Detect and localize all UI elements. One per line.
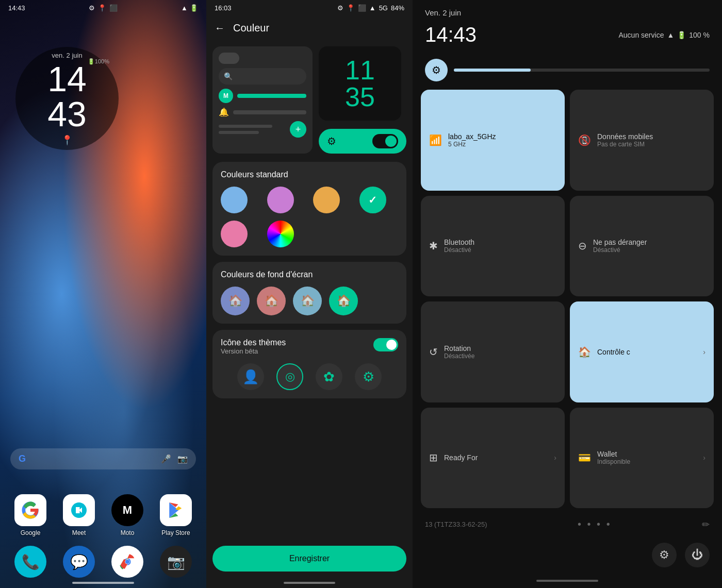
voice-search-icon[interactable]: 🎤 (161, 454, 171, 464)
brightness-settings-btn[interactable]: ⚙ (425, 59, 448, 81)
meet-label: Meet (72, 529, 86, 536)
app-google[interactable]: Google (10, 494, 51, 536)
battery-status: 84% (391, 4, 404, 12)
gear-status-icon: ⚙ (337, 4, 343, 12)
theme-toggle[interactable] (373, 338, 398, 351)
qs-tile-controle[interactable]: 🏠 Contrôle c › (570, 301, 714, 402)
qs-bottom-row: ⚙ ⏻ (413, 536, 722, 576)
back-button[interactable]: ← (215, 22, 225, 34)
qs-tile-wifi[interactable]: 📶 labo_ax_5GHz 5 GHz (421, 90, 565, 191)
moto-label: Moto (121, 529, 135, 536)
lens-icon[interactable]: 📷 (177, 454, 188, 464)
color-time: 16:03 (215, 4, 232, 12)
checkmark-icon: ✓ (368, 194, 377, 206)
rotation-tile-text: Rotation Désactivée (444, 344, 474, 360)
clock-circle: ven. 2 juin 1443 🔋100% 📍 (15, 47, 119, 150)
theme-icon-circle: ◎ (276, 363, 303, 390)
google-label: Google (21, 529, 41, 536)
wifi-tile-sub: 5 GHz (448, 141, 496, 148)
qs-tile-rotation[interactable]: ↺ Rotation Désactivée (421, 301, 565, 402)
controle-tile-label: Contrôle c (597, 348, 630, 356)
qs-settings-button[interactable]: ⚙ (652, 543, 677, 567)
wifi-tile-label: labo_ax_5GHz (448, 132, 496, 141)
save-button[interactable]: Enregistrer (212, 546, 406, 572)
color-status-bar: 16:03 ⚙ 📍 ⬛ ▲ 5G 84% (206, 0, 413, 16)
wallet-tile-text: Wallet Indisponible (597, 450, 630, 465)
qs-tiles-grid: 📶 labo_ax_5GHz 5 GHz 📵 Données mobiles P… (413, 86, 722, 512)
preview-toggle[interactable] (372, 134, 398, 148)
wifi-status-icon: ▲ (369, 4, 376, 12)
clock-widget: ven. 2 juin 1443 🔋100% 📍 (0, 16, 206, 150)
app-meet[interactable]: Meet (59, 494, 99, 536)
swatch-pink[interactable] (221, 221, 248, 247)
app-moto[interactable]: M Moto (107, 494, 147, 536)
readyfor-chevron-icon: › (554, 453, 556, 462)
rotation-tile-label: Rotation (444, 344, 474, 352)
wallpaper-swatch-1[interactable]: 🏠 (221, 287, 250, 315)
qs-no-service: Aucun service (619, 31, 664, 39)
notif-app-icon: M (219, 89, 233, 103)
swatch-blue[interactable] (221, 187, 248, 213)
swatch-orange[interactable] (313, 187, 340, 213)
swatch-purple[interactable] (267, 187, 294, 213)
preview-clock-time: 1135 (345, 57, 375, 110)
screen-status-icon: ⬛ (358, 4, 366, 12)
wallpaper-swatch-4[interactable]: 🏠 (329, 287, 358, 315)
wifi-tile-text: labo_ax_5GHz 5 GHz (448, 132, 496, 148)
swatch-rainbow[interactable] (267, 221, 294, 247)
rotation-tile-sub: Désactivée (444, 352, 474, 360)
home-nav-bar (72, 582, 134, 584)
wallpaper-swatch-2[interactable]: 🏠 (257, 287, 286, 315)
power-icon: ⏻ (692, 548, 703, 562)
controle-tile-icon: 🏠 (578, 346, 591, 358)
app-playstore[interactable]: Play Store (156, 494, 196, 536)
mobile-tile-sub: Pas de carte SIM (597, 141, 653, 148)
dock-messages[interactable]: 💬 (59, 546, 99, 578)
dnd-tile-label: Ne pas déranger (593, 238, 647, 246)
wallet-tile-icon: 💳 (578, 451, 591, 464)
qs-tile-dnd[interactable]: ⊖ Ne pas déranger Désactivé (570, 196, 714, 297)
qs-tile-mobile[interactable]: 📵 Données mobiles Pas de carte SIM (570, 90, 714, 191)
person-icon: 👤 (237, 363, 264, 390)
plus-button[interactable]: + (290, 121, 306, 138)
bluetooth-tile-sub: Désactivé (444, 246, 474, 254)
home-icon-3: 🏠 (301, 294, 315, 308)
playstore-label: Play Store (161, 529, 190, 536)
wifi-icon: ▲ (181, 4, 188, 12)
qs-tile-wallet[interactable]: 💳 Wallet Indisponible › (570, 408, 714, 509)
screenshot-icon: ⬛ (109, 4, 118, 12)
mobile-tile-icon: 📵 (578, 134, 591, 146)
wallpaper-swatch-3[interactable]: 🏠 (293, 287, 322, 315)
qs-tile-readyfor[interactable]: ⊞ Ready For › (421, 408, 565, 509)
home-screen: 14:43 ⚙ 📍 ⬛ ▲ 🔋 ven. 2 juin 1443 🔋100% 📍… (0, 0, 206, 588)
qs-version-row: 13 (T1TZ33.3-62-25) • • • • ✏ (413, 512, 722, 536)
home-search-bar[interactable]: G 🎤 📷 (10, 448, 196, 469)
qs-power-button[interactable]: ⏻ (685, 543, 710, 567)
qs-tile-bluetooth[interactable]: ✱ Bluetooth Désactivé (421, 196, 565, 297)
brightness-slider[interactable] (454, 69, 710, 72)
search-preview-icon: 🔍 (224, 72, 233, 80)
swatch-teal[interactable]: ✓ (359, 187, 386, 213)
qs-edit-icon[interactable]: ✏ (702, 519, 710, 530)
preview-gear-icon: ⚙ (327, 135, 336, 147)
quick-settings-screen: Ven. 2 juin 14:43 Aucun service ▲ 🔋 100 … (413, 0, 722, 588)
color-page-title: Couleur (233, 22, 269, 34)
qs-date: Ven. 2 juin (413, 0, 722, 21)
bluetooth-tile-icon: ✱ (429, 240, 438, 252)
wallet-tile-sub: Indisponible (597, 458, 630, 465)
dock-phone[interactable]: 📞 (10, 546, 51, 578)
notification-preview: 🔍 M 🔔 + (212, 46, 313, 154)
dnd-tile-icon: ⊖ (578, 240, 587, 252)
qs-battery-percent: 100 % (689, 31, 710, 39)
dock-chrome[interactable] (107, 546, 147, 578)
readyfor-tile-text: Ready For (444, 453, 478, 462)
wallet-tile-label: Wallet (597, 450, 630, 458)
readyfor-tile-label: Ready For (444, 453, 478, 462)
clock-location-icon: 📍 (61, 135, 73, 146)
dock-camera[interactable]: 📷 (156, 546, 196, 578)
qs-status-right: Aucun service ▲ 🔋 100 % (619, 31, 710, 39)
qs-nav-bar (536, 580, 598, 582)
readyfor-tile-icon: ⊞ (429, 451, 438, 464)
rotation-tile-icon: ↺ (429, 346, 438, 358)
preview-toggle-row: ⚙ (319, 129, 406, 154)
